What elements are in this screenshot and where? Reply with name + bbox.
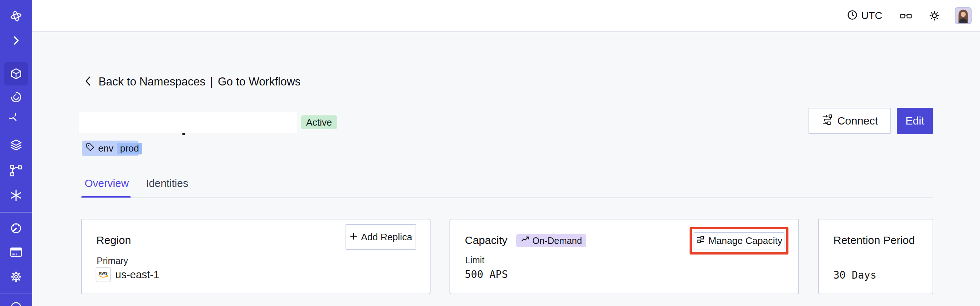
namespace-tag: env prod <box>82 140 138 156</box>
add-replica-button[interactable]: Add Replica <box>345 224 416 250</box>
breadcrumb-go-to-workflows[interactable]: Go to Workflows <box>218 75 301 88</box>
tag-value: prod <box>120 143 139 154</box>
tag-key: env <box>98 143 113 154</box>
tag-icon <box>85 142 95 155</box>
trending-up-icon <box>521 235 530 246</box>
status-badge: Active <box>301 115 337 129</box>
tab-identities[interactable]: Identities <box>146 177 188 190</box>
sidebar-divider <box>0 293 32 294</box>
namespace-title-fragment <box>183 133 185 135</box>
breadcrumb: Back to Namespaces | Go to Workflows <box>83 74 301 89</box>
timezone-selector[interactable]: UTC <box>847 10 882 22</box>
timezone-label: UTC <box>861 10 882 22</box>
manage-capacity-label: Manage Capacity <box>708 235 782 247</box>
edit-button-label: Edit <box>905 115 924 127</box>
on-demand-badge-label: On-Demand <box>532 236 582 246</box>
namespace-title-redacted <box>79 112 297 133</box>
limit-label: Limit <box>465 255 485 266</box>
sidebar-item-stack-layers-icon[interactable] <box>9 138 23 152</box>
connect-button-label: Connect <box>837 115 878 127</box>
sun-icon[interactable] <box>929 10 940 22</box>
sidebar-item-usage-gauge-icon[interactable] <box>9 221 23 236</box>
capacity-card: Capacity On-Demand Manage Capacity Limit… <box>450 219 799 294</box>
sidebar-item-deployments-branch-icon[interactable] <box>9 163 23 178</box>
aws-logo-icon: aws <box>95 267 111 282</box>
tab-bar: Overview Identities <box>84 177 188 190</box>
capacity-card-title: Capacity <box>465 234 508 247</box>
sidebar-item-workflows-spiral-icon[interactable] <box>9 90 23 104</box>
region-value: us-east-1 <box>115 269 159 281</box>
svg-text:aws: aws <box>99 271 108 276</box>
region-card: Region Add Replica Primary aws us-east-1 <box>81 219 431 294</box>
top-bar: UTC <box>32 0 980 32</box>
limit-value: 500 APS <box>465 268 508 280</box>
tab-bar-divider <box>81 198 933 198</box>
status-badge-label: Active <box>306 117 332 128</box>
sidebar-item-settings-gear-icon[interactable] <box>9 269 23 284</box>
manage-capacity-button[interactable]: Manage Capacity <box>694 232 784 249</box>
temporal-logo-icon[interactable] <box>9 9 23 23</box>
connect-button[interactable]: Connect <box>808 108 891 134</box>
sidebar-item-nexus-asterisk-icon[interactable] <box>9 188 23 202</box>
primary-label: Primary <box>97 256 128 266</box>
retention-value: 30 Days <box>833 269 877 281</box>
avatar[interactable] <box>955 7 972 24</box>
tab-overview[interactable]: Overview <box>84 177 129 190</box>
glasses-icon[interactable] <box>900 10 912 22</box>
sidebar <box>0 0 32 306</box>
sidebar-item-namespaces-cube-icon[interactable] <box>9 67 23 81</box>
plus-icon <box>350 231 358 243</box>
breadcrumb-separator: | <box>210 75 213 88</box>
on-demand-badge: On-Demand <box>516 234 586 247</box>
connect-icon <box>821 114 833 128</box>
sidebar-item-billing-card-icon[interactable] <box>9 245 23 259</box>
region-card-title: Region <box>96 234 131 247</box>
back-chevron-icon[interactable] <box>83 76 94 88</box>
edit-button[interactable]: Edit <box>897 108 933 134</box>
sidebar-divider <box>0 212 32 212</box>
primary-region-row: aws us-east-1 <box>95 267 159 282</box>
sliders-icon <box>696 235 705 247</box>
add-replica-label: Add Replica <box>361 231 412 243</box>
sidebar-bottom-partial-icon[interactable] <box>9 299 23 306</box>
clock-icon <box>847 10 858 22</box>
retention-card-title: Retention Period <box>833 234 915 247</box>
sidebar-item-schedules-clock-icon[interactable] <box>9 113 23 128</box>
retention-card: Retention Period 30 Days <box>818 219 933 294</box>
tag-value-chip: prod <box>117 143 142 155</box>
sidebar-expand-chevron-icon[interactable] <box>9 33 23 48</box>
breadcrumb-back-to-namespaces[interactable]: Back to Namespaces <box>99 75 205 88</box>
